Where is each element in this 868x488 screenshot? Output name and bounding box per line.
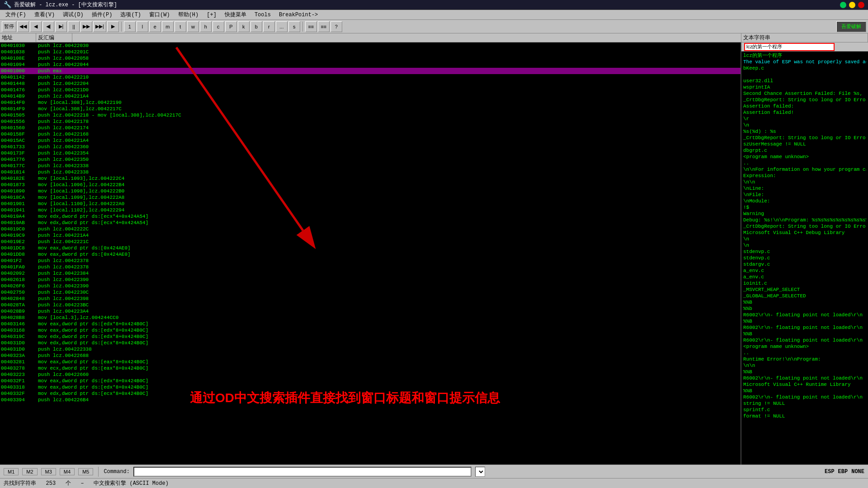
string-line[interactable]: The value of ESP was not properly saved …	[743, 59, 866, 65]
string-line[interactable]: %%B	[743, 299, 866, 305]
menu-debug[interactable]: 调试(D)	[59, 10, 87, 19]
string-line[interactable]: stdenvp.c	[743, 255, 866, 261]
disasm-line[interactable]: 004014F0mov [local.308],lcz.00422190	[0, 99, 741, 106]
disasm-line[interactable]: 004028B9push lcz.004223A4	[0, 308, 741, 314]
string-line[interactable]: stdargv.c	[743, 261, 866, 267]
string-line[interactable]	[743, 71, 866, 78]
string-line[interactable]: a_env.c	[743, 267, 866, 274]
string-line[interactable]: _CrtDbgReport: String too long or IO Err…	[743, 97, 866, 103]
string-line[interactable]: R6002\r\n- floating point not loaded\r\n	[743, 375, 866, 381]
toolbar-l[interactable]: l	[137, 21, 148, 32]
disasm-line[interactable]: 004018CAmov [local.1099],lcz.004222A8	[0, 194, 741, 201]
string-line[interactable]: Expression:	[743, 173, 866, 179]
string-line[interactable]: %%B	[743, 369, 866, 375]
toolbar-rewind[interactable]: ◀◀	[17, 21, 29, 32]
disasm-line[interactable]: 00401901mov [local.1100],lcz.004222A0	[0, 201, 741, 207]
toolbar-r[interactable]: r	[263, 21, 275, 32]
string-line[interactable]: _MSVCRT_HEAP_SELECT	[743, 286, 866, 293]
string-line[interactable]: \nLine:	[743, 185, 866, 192]
tab-m1[interactable]: M1	[4, 468, 19, 475]
disasm-line[interactable]: 004019ABmov edx,dword ptr ds:[ecx*4+0x42…	[0, 220, 741, 226]
string-line[interactable]: wsprintIA	[743, 84, 866, 90]
string-line[interactable]: \n	[743, 236, 866, 242]
disasm-line[interactable]: 00401873mov [local.1096],lcz.004222B4	[0, 182, 741, 188]
menu-breakpoint[interactable]: BreakPoint->	[275, 11, 321, 19]
tab-m5[interactable]: M5	[78, 468, 93, 475]
string-line[interactable]: Runtime Error!\n\nProgram:	[743, 356, 866, 362]
string-line[interactable]: \nModule:	[743, 198, 866, 204]
disasm-line[interactable]: 004028B8mov [local.3],lcz.004244CC0	[0, 314, 741, 321]
disasm-line[interactable]: 004019C0push lcz.0042222C	[0, 226, 741, 232]
disasm-line[interactable]: 00401814push lcz.00422338	[0, 169, 741, 175]
disasm-line[interactable]: 0040323Apush lcz.00422688	[0, 352, 741, 359]
toolbar-play[interactable]: ▶	[107, 21, 119, 32]
disasm-line[interactable]: 00403146mov eax,dword ptr ds:[edx*8+0x42…	[0, 321, 741, 327]
toolbar-e[interactable]: e	[149, 21, 161, 32]
string-line[interactable]: szUserMessage != NULL	[743, 141, 866, 147]
string-line[interactable]: \n\nFor information on how your program …	[743, 166, 866, 173]
disasm-line[interactable]: 004032F1mov eax,dword ptr ds:[edx*8+0x42…	[0, 378, 741, 384]
toolbar-h[interactable]: h	[200, 21, 212, 32]
menu-shortcuts[interactable]: 快捷菜单	[221, 10, 250, 19]
menu-window[interactable]: 窗口(W)	[146, 10, 174, 19]
disasm-line[interactable]: 00401476push lcz.004221D0	[0, 87, 741, 93]
disasm-line[interactable]: 00401142push lcz.00422210	[0, 74, 741, 80]
string-line[interactable]: stdenvp.c	[743, 249, 866, 255]
string-line[interactable]: R6002\r\n- floating point not loaded\r\n	[743, 324, 866, 331]
disasm-line[interactable]: 00401733push lcz.00422360	[0, 144, 741, 150]
maximize-button[interactable]	[849, 2, 855, 8]
string-line[interactable]: ..	[743, 350, 866, 356]
menu-help[interactable]: 帮助(H)	[175, 10, 203, 19]
disasm-line[interactable]: 0040173Fpush lcz.00422354	[0, 150, 741, 156]
toolbar-P[interactable]: P	[225, 21, 237, 32]
string-line[interactable]: lcz的第一个程序	[743, 52, 866, 59]
toolbar-1[interactable]: 1	[124, 21, 136, 32]
disasm-line[interactable]: 00402618push lcz.00422390	[0, 277, 741, 283]
string-line[interactable]: <program name unknown>	[743, 343, 866, 350]
toolbar-back[interactable]: ◀	[30, 21, 42, 32]
string-line[interactable]: dbgrpt.c	[743, 147, 866, 154]
disasm-line[interactable]: 00401560push lcz.00422174	[0, 125, 741, 131]
string-line[interactable]: Debug: %s!\n\nProgram: %s%s%s%s%s%s%s%s%…	[743, 217, 866, 223]
string-line[interactable]: Assertion failed:	[743, 103, 866, 109]
string-line[interactable]: Second Chance Assertion Failed: File %s,…	[743, 90, 866, 97]
disasm-line[interactable]: 00401FA0push lcz.00422378	[0, 264, 741, 270]
toolbar-b[interactable]: b	[250, 21, 262, 32]
menu-tools[interactable]: Tools	[251, 11, 274, 19]
string-line[interactable]: \n	[743, 242, 866, 249]
string-line[interactable]: Microsoft Visual C++ Runtime Library	[743, 381, 866, 388]
disasm-line[interactable]: 00403168mov eax,dword ptr ds:[edx*8+0x42…	[0, 327, 741, 333]
disasm-line[interactable]: 004014B9push lcz.004221A4	[0, 93, 741, 99]
tab-m4[interactable]: M4	[60, 468, 75, 475]
string-line[interactable]: R6002\r\n- floating point not loaded\r\n	[743, 312, 866, 318]
toolbar-fwd-step[interactable]: ▶|	[55, 21, 67, 32]
string-line[interactable]: !$	[743, 204, 866, 211]
toolbar-w[interactable]: w	[187, 21, 199, 32]
disasm-line[interactable]: 0040182Emov [local.1093],lcz.004222C4	[0, 175, 741, 182]
disasm-line[interactable]: 004031D0mov edx,dword ptr ds:[ecx*8+0x42…	[0, 340, 741, 346]
string-line[interactable]: _CrtDbgReport: String too long or IO Err…	[743, 223, 866, 230]
toolbar-grid2[interactable]: ≡≡	[318, 21, 330, 32]
disasm-line[interactable]: 004014F9mov [local.308],lcz.0042217C	[0, 106, 741, 112]
disasm-line[interactable]: 0040108Epush lcz.00422058	[0, 55, 741, 61]
string-line[interactable]: %%B	[743, 318, 866, 324]
disasm-line[interactable]: 00401F2push lcz.00422378	[0, 258, 741, 264]
toolbar-back-step[interactable]: ◀|	[42, 21, 54, 32]
disasm-line[interactable]: 00401038push lcz.0042201C	[0, 49, 741, 55]
disasm-line[interactable]: 00403223push lcz.00422660	[0, 371, 741, 378]
toolbar-k[interactable]: k	[238, 21, 250, 32]
command-dropdown[interactable]	[475, 467, 485, 477]
tab-m3[interactable]: M3	[41, 468, 56, 475]
disasm-line[interactable]: 004019E2push lcz.0042221C	[0, 239, 741, 245]
minimize-button[interactable]	[840, 2, 846, 8]
disasm-line[interactable]: 004019C9push lcz.004221A4	[0, 232, 741, 239]
disasm-line[interactable]: 0040177Cpush lcz.00422338	[0, 163, 741, 169]
disasm-line[interactable]: 00401DD8mov eax,dword ptr ds:[0x424AE0]	[0, 251, 741, 258]
toolbar-pause[interactable]: 暂停	[2, 21, 16, 32]
toolbar-pause2[interactable]: ||	[68, 21, 80, 32]
string-line[interactable]: \nFile:	[743, 192, 866, 198]
disasm-line[interactable]: 00403278mov ecx,dword ptr ds:[eax*8+0x42…	[0, 365, 741, 371]
disasm-line[interactable]: 004015ACpush lcz.004221A4	[0, 137, 741, 144]
command-input[interactable]	[133, 467, 471, 477]
string-line[interactable]: R6002\r\n- floating point not loaded\r\n	[743, 337, 866, 343]
